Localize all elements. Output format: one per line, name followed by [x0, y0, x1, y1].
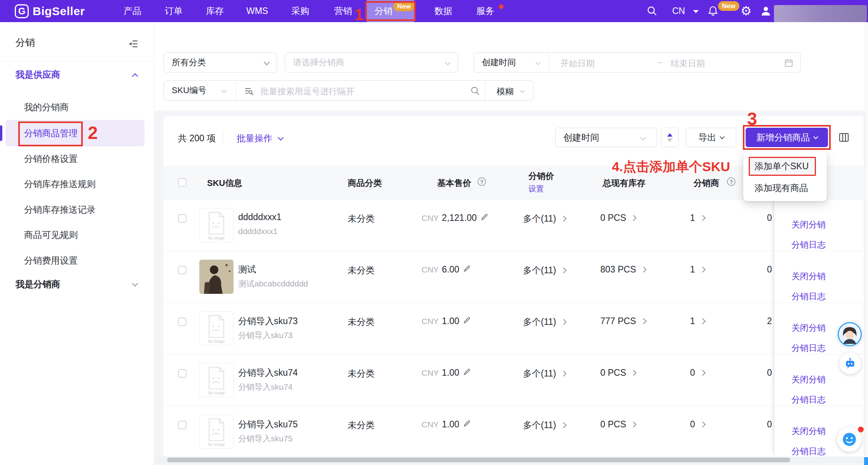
nav-item-wms[interactable]: WMS	[246, 0, 268, 22]
sort-direction-toggle[interactable]	[661, 128, 679, 147]
row-actions: 关闭分销 分销日志	[774, 199, 864, 251]
sidebar-item-distribution-products[interactable]: 分销商品管理	[24, 125, 78, 142]
distribution-log-link[interactable]: 分销日志	[791, 239, 826, 251]
close-distribution-link[interactable]: 关闭分销	[791, 219, 826, 231]
chevron-right-icon	[700, 215, 706, 221]
nav-item-inventory[interactable]: 库存	[206, 0, 224, 22]
close-distribution-link[interactable]: 关闭分销	[791, 271, 826, 282]
dist-price-cell[interactable]: 多个(11)	[523, 419, 566, 431]
row-checkbox[interactable]	[178, 369, 186, 378]
distribution-log-link[interactable]: 分销日志	[791, 342, 826, 354]
edit-price-icon[interactable]	[481, 213, 488, 223]
stock-cell[interactable]: 0 PCS	[600, 368, 636, 378]
customer-service-avatar[interactable]	[838, 322, 862, 346]
distribution-log-link[interactable]: 分销日志	[791, 446, 826, 456]
settings-gear-icon[interactable]: ⚙	[741, 3, 752, 18]
nav-item-data[interactable]: 数据	[434, 0, 452, 22]
sort-field-select[interactable]: 创建时间	[555, 128, 657, 147]
product-name: 分销导入sku73	[238, 315, 298, 327]
search-submit-icon[interactable]	[470, 86, 480, 98]
distributor-cell[interactable]: 0	[690, 368, 705, 378]
end-date-input[interactable]: 结束日期	[671, 58, 705, 69]
distributor-cell[interactable]: 1	[690, 264, 705, 275]
distributor-cell[interactable]: 0	[690, 419, 705, 430]
start-date-input[interactable]: 开始日期	[560, 58, 594, 69]
category-filter-select[interactable]: 所有分类	[164, 52, 277, 73]
distributor-cell[interactable]: 1	[690, 316, 705, 326]
nav-item-purchase[interactable]: 采购	[291, 0, 309, 22]
nav-item-marketing[interactable]: 营销	[334, 0, 352, 22]
dist-price-cell[interactable]: 多个(11)	[523, 368, 566, 380]
nav-item-distribution[interactable]: 分销 New	[367, 0, 414, 22]
base-price-cell: CNY 1.00	[422, 419, 471, 430]
language-selector[interactable]: CN	[672, 0, 685, 22]
stock-cell[interactable]: 777 PCS	[600, 316, 646, 326]
dist-price-cell[interactable]: 多个(11)	[523, 213, 566, 225]
edit-price-icon[interactable]	[463, 316, 471, 326]
sidebar-item-price-settings[interactable]: 分销价格设置	[24, 150, 78, 167]
vertical-scrollbar[interactable]	[865, 22, 868, 465]
bigseller-app: G BigSeller 产品 订单 库存 WMS 采购 营销 分销 New 数据…	[0, 0, 868, 465]
export-button[interactable]: 导出	[686, 128, 736, 147]
close-distribution-link[interactable]: 关闭分销	[791, 425, 826, 437]
distributor-filter-select[interactable]: 请选择分销商	[285, 52, 458, 73]
category-filter-value: 所有分类	[172, 57, 206, 68]
nav-item-service[interactable]: 服务	[476, 0, 494, 22]
match-mode-select[interactable]: 模糊	[497, 86, 514, 97]
chat-assistant-icon[interactable]	[839, 352, 861, 374]
sidebar-section-distributor[interactable]: 我是分销商	[16, 278, 60, 290]
dist-price-cell[interactable]: 多个(11)	[523, 316, 566, 328]
notifications-bell-icon[interactable]	[707, 5, 719, 18]
menu-item-add-existing-product[interactable]: 添加现有商品	[743, 178, 827, 196]
search-field-select[interactable]: SKU编号	[172, 85, 206, 96]
sidebar-item-my-distributors[interactable]: 我的分销商	[24, 99, 69, 116]
account-avatar-icon[interactable]	[760, 5, 772, 18]
sidebar-item-stock-push-log[interactable]: 分销库存推送记录	[24, 201, 96, 218]
product-thumbnail-photo	[199, 260, 234, 294]
table-row: No Image 分销导入sku75 分销导入sku75 未分类 CNY 1.0…	[164, 406, 864, 456]
nav-item-orders[interactable]: 订单	[165, 0, 183, 22]
menu-item-add-single-sku[interactable]: 添加单个SKU	[749, 157, 816, 176]
row-checkbox[interactable]	[178, 421, 186, 429]
brand-logo[interactable]: G BigSeller	[15, 0, 85, 22]
distributor-expand-chevron-icon[interactable]	[132, 281, 138, 287]
row-checkbox[interactable]	[178, 214, 186, 223]
sidebar-item-stock-push-rules[interactable]: 分销库存推送规则	[24, 175, 96, 193]
select-all-checkbox[interactable]	[178, 178, 186, 187]
dist-price-cell[interactable]: 多个(11)	[523, 264, 566, 276]
distribution-log-link[interactable]: 分销日志	[791, 291, 826, 302]
search-icon[interactable]	[647, 5, 657, 18]
annotation-step4-text: 4.点击添加单个SKU	[612, 158, 730, 176]
stock-cell[interactable]: 803 PCS	[600, 264, 646, 275]
close-distribution-link[interactable]: 关闭分销	[791, 374, 826, 385]
sidebar-collapse-icon[interactable]	[127, 38, 138, 51]
edit-price-icon[interactable]	[463, 264, 471, 275]
sidebar-item-visibility-rules[interactable]: 商品可见规则	[24, 226, 78, 243]
add-distribution-product-button[interactable]: 新增分销商品	[746, 128, 828, 147]
stock-value: 777 PCS	[600, 316, 636, 326]
nav-item-products[interactable]: 产品	[124, 0, 141, 22]
batch-actions-dropdown[interactable]: 批量操作	[237, 132, 272, 144]
clipped-column-value: 0	[767, 213, 772, 223]
dist-price-settings-link[interactable]: 设置	[528, 184, 544, 194]
row-checkbox[interactable]	[178, 266, 186, 274]
batch-search-input[interactable]: 批量搜索用逗号进行隔开	[260, 86, 354, 97]
column-settings-icon[interactable]	[838, 132, 850, 145]
batch-search-icon[interactable]	[244, 86, 254, 98]
distributor-cell[interactable]: 1	[690, 213, 705, 223]
date-range-filter[interactable]: 创建时间 开始日期 ~ 结束日期	[474, 52, 801, 73]
close-distribution-link[interactable]: 关闭分销	[791, 322, 826, 334]
horizontal-scrollbar-thumb[interactable]	[167, 458, 790, 462]
distribution-log-link[interactable]: 分销日志	[791, 394, 826, 406]
header-distributor: 分销商	[694, 177, 719, 189]
product-name: 测试	[238, 264, 256, 276]
edit-price-icon[interactable]	[463, 419, 471, 430]
stock-cell[interactable]: 0 PCS	[600, 419, 636, 430]
sidebar-section-supplier[interactable]: 我是供应商	[16, 69, 60, 81]
sidebar-item-fee-settings[interactable]: 分销费用设置	[24, 252, 78, 269]
stock-cell[interactable]: 0 PCS	[600, 213, 636, 223]
edit-price-icon[interactable]	[463, 368, 471, 378]
supplier-collapse-chevron-icon[interactable]	[132, 73, 138, 80]
product-sku: 分销导入sku74	[238, 382, 293, 392]
row-checkbox[interactable]	[178, 318, 186, 326]
